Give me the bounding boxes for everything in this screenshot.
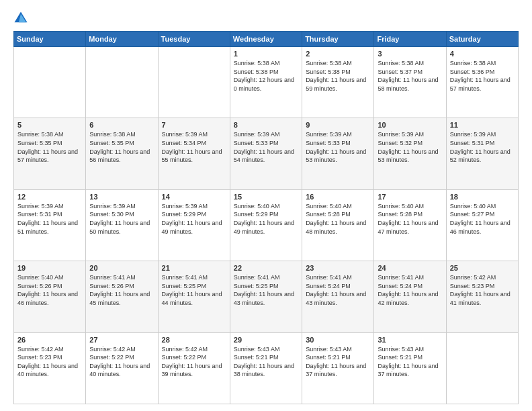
day-number: 9: [306, 121, 370, 129]
day-info: Sunrise: 5:43 AM Sunset: 5:21 PM Dayligh…: [306, 345, 370, 379]
day-info: Sunrise: 5:38 AM Sunset: 5:38 PM Dayligh…: [234, 59, 298, 93]
day-info: Sunrise: 5:42 AM Sunset: 5:22 PM Dayligh…: [162, 345, 226, 379]
day-info: Sunrise: 5:39 AM Sunset: 5:31 PM Dayligh…: [450, 130, 515, 164]
calendar-cell: 2Sunrise: 5:38 AM Sunset: 5:38 PM Daylig…: [302, 47, 374, 118]
day-info: Sunrise: 5:38 AM Sunset: 5:36 PM Dayligh…: [450, 59, 515, 93]
calendar-week-row: 1Sunrise: 5:38 AM Sunset: 5:38 PM Daylig…: [14, 47, 519, 118]
calendar-cell: 27Sunrise: 5:42 AM Sunset: 5:22 PM Dayli…: [86, 332, 158, 404]
calendar-week-row: 26Sunrise: 5:42 AM Sunset: 5:23 PM Dayli…: [14, 332, 519, 404]
calendar-cell: 22Sunrise: 5:41 AM Sunset: 5:25 PM Dayli…: [230, 261, 302, 332]
day-number: 22: [234, 264, 298, 272]
calendar-cell: 8Sunrise: 5:39 AM Sunset: 5:33 PM Daylig…: [230, 118, 302, 189]
day-info: Sunrise: 5:42 AM Sunset: 5:23 PM Dayligh…: [450, 273, 515, 307]
calendar-cell: 19Sunrise: 5:40 AM Sunset: 5:26 PM Dayli…: [14, 261, 86, 332]
column-header-tuesday: Tuesday: [158, 32, 230, 47]
calendar-cell: 5Sunrise: 5:38 AM Sunset: 5:35 PM Daylig…: [14, 118, 86, 189]
calendar-table: SundayMondayTuesdayWednesdayThursdayFrid…: [13, 31, 519, 404]
calendar-cell: 11Sunrise: 5:39 AM Sunset: 5:31 PM Dayli…: [446, 118, 518, 189]
day-number: 15: [234, 193, 298, 201]
day-info: Sunrise: 5:38 AM Sunset: 5:35 PM Dayligh…: [89, 130, 154, 164]
calendar-cell: 14Sunrise: 5:39 AM Sunset: 5:29 PM Dayli…: [158, 189, 230, 261]
day-number: 13: [89, 193, 154, 201]
day-number: 29: [234, 336, 298, 344]
day-number: 19: [17, 264, 82, 272]
day-number: 14: [162, 193, 226, 201]
calendar-cell: 29Sunrise: 5:43 AM Sunset: 5:21 PM Dayli…: [230, 332, 302, 404]
calendar-cell: 30Sunrise: 5:43 AM Sunset: 5:21 PM Dayli…: [302, 332, 374, 404]
day-number: 28: [162, 336, 226, 344]
calendar-cell: 12Sunrise: 5:39 AM Sunset: 5:31 PM Dayli…: [14, 189, 86, 261]
calendar-header-row: SundayMondayTuesdayWednesdayThursdayFrid…: [14, 32, 519, 47]
calendar-week-row: 5Sunrise: 5:38 AM Sunset: 5:35 PM Daylig…: [14, 118, 519, 189]
day-info: Sunrise: 5:39 AM Sunset: 5:32 PM Dayligh…: [378, 130, 442, 164]
calendar-cell: [86, 47, 158, 118]
calendar-cell: 31Sunrise: 5:43 AM Sunset: 5:21 PM Dayli…: [374, 332, 446, 404]
day-number: 25: [450, 264, 515, 272]
day-info: Sunrise: 5:39 AM Sunset: 5:33 PM Dayligh…: [234, 130, 298, 164]
calendar-cell: 9Sunrise: 5:39 AM Sunset: 5:33 PM Daylig…: [302, 118, 374, 189]
day-number: 8: [234, 121, 298, 129]
day-info: Sunrise: 5:40 AM Sunset: 5:28 PM Dayligh…: [378, 202, 442, 236]
column-header-sunday: Sunday: [14, 32, 86, 47]
day-info: Sunrise: 5:39 AM Sunset: 5:33 PM Dayligh…: [306, 130, 370, 164]
calendar-cell: 15Sunrise: 5:40 AM Sunset: 5:29 PM Dayli…: [230, 189, 302, 261]
calendar-cell: 7Sunrise: 5:39 AM Sunset: 5:34 PM Daylig…: [158, 118, 230, 189]
day-number: 1: [234, 50, 298, 58]
day-info: Sunrise: 5:43 AM Sunset: 5:21 PM Dayligh…: [234, 345, 298, 379]
calendar-cell: [14, 47, 86, 118]
column-header-saturday: Saturday: [446, 32, 518, 47]
calendar-cell: [446, 332, 518, 404]
day-info: Sunrise: 5:41 AM Sunset: 5:24 PM Dayligh…: [378, 273, 442, 307]
day-info: Sunrise: 5:39 AM Sunset: 5:31 PM Dayligh…: [17, 202, 82, 236]
header: [13, 11, 519, 26]
day-info: Sunrise: 5:42 AM Sunset: 5:22 PM Dayligh…: [89, 345, 154, 379]
day-info: Sunrise: 5:38 AM Sunset: 5:38 PM Dayligh…: [306, 59, 370, 93]
day-info: Sunrise: 5:39 AM Sunset: 5:29 PM Dayligh…: [162, 202, 226, 236]
calendar-cell: 17Sunrise: 5:40 AM Sunset: 5:28 PM Dayli…: [374, 189, 446, 261]
calendar-cell: 24Sunrise: 5:41 AM Sunset: 5:24 PM Dayli…: [374, 261, 446, 332]
day-number: 10: [378, 121, 442, 129]
calendar-cell: 18Sunrise: 5:40 AM Sunset: 5:27 PM Dayli…: [446, 189, 518, 261]
day-info: Sunrise: 5:39 AM Sunset: 5:34 PM Dayligh…: [162, 130, 226, 164]
day-info: Sunrise: 5:41 AM Sunset: 5:25 PM Dayligh…: [162, 273, 226, 307]
day-info: Sunrise: 5:40 AM Sunset: 5:26 PM Dayligh…: [17, 273, 82, 307]
calendar-week-row: 12Sunrise: 5:39 AM Sunset: 5:31 PM Dayli…: [14, 189, 519, 261]
calendar-cell: 6Sunrise: 5:38 AM Sunset: 5:35 PM Daylig…: [86, 118, 158, 189]
day-number: 12: [17, 193, 82, 201]
day-info: Sunrise: 5:38 AM Sunset: 5:35 PM Dayligh…: [17, 130, 82, 164]
calendar-week-row: 19Sunrise: 5:40 AM Sunset: 5:26 PM Dayli…: [14, 261, 519, 332]
day-info: Sunrise: 5:39 AM Sunset: 5:30 PM Dayligh…: [89, 202, 154, 236]
day-number: 4: [450, 50, 515, 58]
day-number: 21: [162, 264, 226, 272]
day-info: Sunrise: 5:40 AM Sunset: 5:29 PM Dayligh…: [234, 202, 298, 236]
day-info: Sunrise: 5:41 AM Sunset: 5:24 PM Dayligh…: [306, 273, 370, 307]
day-number: 31: [378, 336, 442, 344]
page: SundayMondayTuesdayWednesdayThursdayFrid…: [0, 0, 532, 411]
day-number: 2: [306, 50, 370, 58]
column-header-friday: Friday: [374, 32, 446, 47]
day-number: 16: [306, 193, 370, 201]
day-number: 30: [306, 336, 370, 344]
calendar-cell: [158, 47, 230, 118]
calendar-cell: 1Sunrise: 5:38 AM Sunset: 5:38 PM Daylig…: [230, 47, 302, 118]
column-header-monday: Monday: [86, 32, 158, 47]
day-info: Sunrise: 5:41 AM Sunset: 5:26 PM Dayligh…: [89, 273, 154, 307]
logo-icon: [13, 11, 28, 26]
calendar-cell: 4Sunrise: 5:38 AM Sunset: 5:36 PM Daylig…: [446, 47, 518, 118]
day-number: 5: [17, 121, 82, 129]
day-number: 6: [89, 121, 154, 129]
calendar-cell: 28Sunrise: 5:42 AM Sunset: 5:22 PM Dayli…: [158, 332, 230, 404]
day-info: Sunrise: 5:43 AM Sunset: 5:21 PM Dayligh…: [378, 345, 442, 379]
calendar-cell: 25Sunrise: 5:42 AM Sunset: 5:23 PM Dayli…: [446, 261, 518, 332]
day-info: Sunrise: 5:42 AM Sunset: 5:23 PM Dayligh…: [17, 345, 82, 379]
day-info: Sunrise: 5:40 AM Sunset: 5:27 PM Dayligh…: [450, 202, 515, 236]
calendar-cell: 13Sunrise: 5:39 AM Sunset: 5:30 PM Dayli…: [86, 189, 158, 261]
calendar-cell: 10Sunrise: 5:39 AM Sunset: 5:32 PM Dayli…: [374, 118, 446, 189]
logo: [13, 11, 31, 26]
day-number: 18: [450, 193, 515, 201]
day-number: 24: [378, 264, 442, 272]
day-number: 3: [378, 50, 442, 58]
day-number: 26: [17, 336, 82, 344]
calendar-cell: 16Sunrise: 5:40 AM Sunset: 5:28 PM Dayli…: [302, 189, 374, 261]
day-number: 20: [89, 264, 154, 272]
